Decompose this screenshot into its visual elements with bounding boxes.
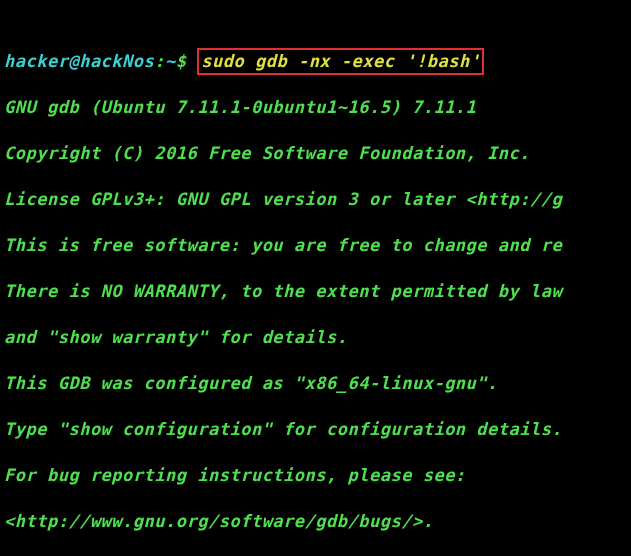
output-line: This GDB was configured as "x86_64-linux… [4, 372, 627, 395]
output-line: GNU gdb (Ubuntu 7.11.1-0ubuntu1~16.5) 7.… [4, 96, 627, 119]
prompt-path: ~ [165, 51, 176, 71]
highlight-box-cmd1: sudo gdb -nx -exec '!bash' [197, 48, 484, 75]
output-line: This is free software: you are free to c… [4, 234, 627, 257]
output-line: There is NO WARRANTY, to the extent perm… [4, 280, 627, 303]
prompt-sep: : [154, 51, 165, 71]
command-sudo-gdb: sudo gdb -nx -exec '!bash' [201, 51, 480, 71]
output-line: and "show warranty" for details. [4, 326, 627, 349]
output-line: License GPLv3+: GNU GPL version 3 or lat… [4, 188, 627, 211]
output-line: Copyright (C) 2016 Free Software Foundat… [4, 142, 627, 165]
terminal[interactable]: hacker@hackNos:~$ sudo gdb -nx -exec '!b… [0, 0, 631, 556]
prompt-line-1: hacker@hackNos:~$ sudo gdb -nx -exec '!b… [4, 50, 627, 73]
output-line: For bug reporting instructions, please s… [4, 464, 627, 487]
output-line: Type "show configuration" for configurat… [4, 418, 627, 441]
prompt-user: hacker@hackNos [4, 51, 154, 71]
prompt-sym: $ [176, 51, 197, 71]
output-line: <http://www.gnu.org/software/gdb/bugs/>. [4, 510, 627, 533]
